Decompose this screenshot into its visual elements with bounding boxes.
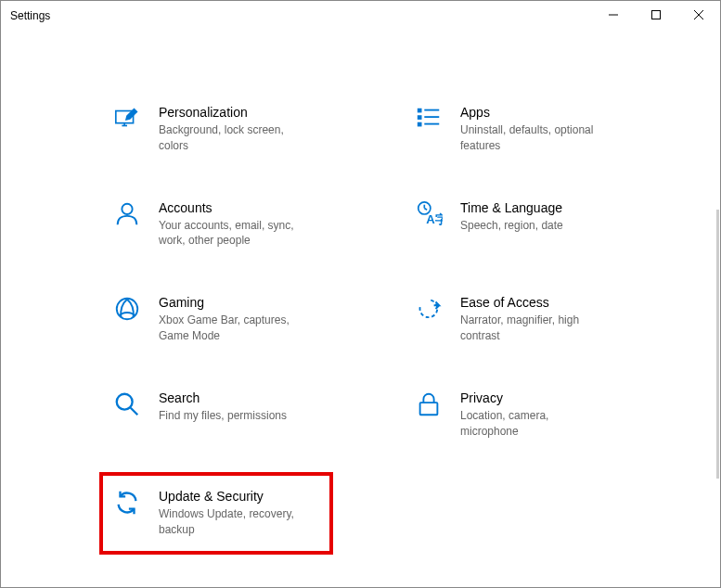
category-time-language[interactable]: A字 Time & Language Speech, region, date [414, 200, 609, 249]
category-desc: Find my files, permissions [159, 408, 287, 424]
category-accounts[interactable]: Accounts Your accounts, email, sync, wor… [112, 200, 307, 249]
minimize-button[interactable] [592, 1, 635, 29]
category-desc: Location, camera, microphone [460, 408, 609, 440]
maximize-button[interactable] [635, 1, 677, 29]
category-desc: Narrator, magnifier, high contrast [460, 313, 609, 344]
category-title: Ease of Access [460, 295, 609, 310]
category-desc: Your accounts, email, sync, work, other … [159, 218, 307, 249]
window-controls [592, 1, 720, 29]
search-icon [112, 390, 142, 420]
svg-point-19 [117, 394, 133, 410]
category-apps[interactable]: Apps Uninstall, defaults, optional featu… [414, 105, 609, 154]
svg-rect-10 [424, 116, 439, 118]
category-update-security[interactable]: Update & Security Windows Update, recove… [99, 472, 333, 555]
svg-text:A字: A字 [426, 212, 443, 226]
svg-rect-8 [424, 109, 439, 111]
category-desc: Background, lock screen, colors [159, 122, 307, 154]
svg-point-13 [122, 203, 132, 213]
accounts-icon [112, 200, 142, 230]
category-title: Accounts [159, 200, 307, 215]
svg-line-20 [131, 408, 138, 415]
settings-categories: Personalization Background, lock screen,… [1, 31, 720, 573]
window-title: Settings [10, 9, 50, 22]
close-button[interactable] [677, 1, 720, 29]
ease-of-access-icon [414, 295, 444, 325]
svg-rect-12 [424, 123, 439, 125]
category-search[interactable]: Search Find my files, permissions [112, 390, 307, 440]
category-title: Privacy [460, 390, 609, 405]
category-title: Gaming [159, 295, 307, 310]
category-personalization[interactable]: Personalization Background, lock screen,… [112, 105, 307, 154]
category-desc: Speech, region, date [460, 218, 563, 234]
personalization-icon [112, 105, 142, 134]
time-language-icon: A字 [414, 200, 444, 230]
category-gaming[interactable]: Gaming Xbox Game Bar, captures, Game Mod… [112, 295, 307, 344]
svg-rect-1 [652, 11, 661, 19]
category-title: Search [159, 390, 287, 405]
category-desc: Windows Update, recovery, backup [159, 506, 316, 538]
category-title: Update & Security [159, 489, 316, 504]
category-title: Apps [460, 105, 609, 120]
apps-icon [414, 105, 444, 134]
category-title: Personalization [159, 105, 307, 120]
category-title: Time & Language [460, 200, 563, 215]
svg-rect-7 [418, 109, 422, 113]
gaming-icon [112, 295, 142, 325]
scrollbar[interactable] [716, 210, 719, 479]
category-desc: Xbox Game Bar, captures, Game Mode [159, 313, 307, 344]
category-privacy[interactable]: Privacy Location, camera, microphone [414, 390, 609, 440]
svg-line-16 [424, 208, 427, 210]
svg-rect-11 [418, 122, 422, 127]
category-desc: Uninstall, defaults, optional features [460, 122, 609, 154]
update-security-icon [112, 489, 142, 518]
privacy-icon [414, 390, 444, 420]
svg-rect-21 [420, 403, 438, 415]
svg-rect-9 [418, 115, 422, 120]
category-ease-of-access[interactable]: Ease of Access Narrator, magnifier, high… [414, 295, 609, 344]
